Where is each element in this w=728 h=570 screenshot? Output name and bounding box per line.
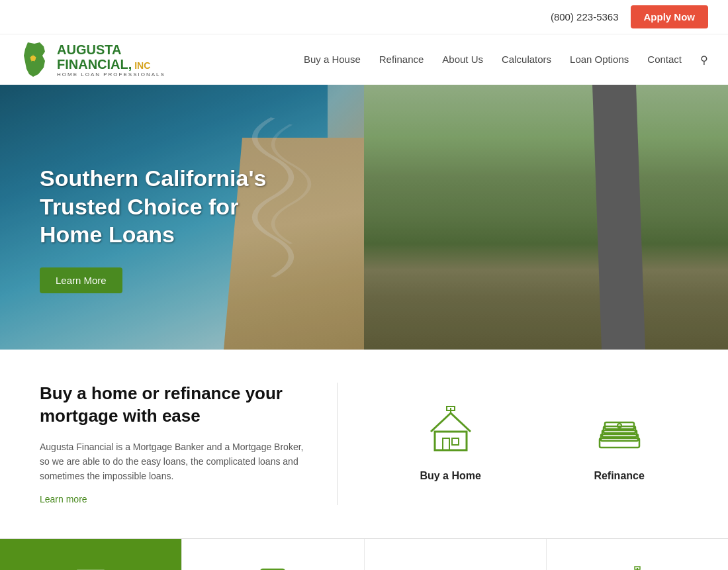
search-button[interactable]: ⚲ (700, 54, 708, 66)
book-icon (435, 565, 475, 570)
hero-content: Southern California's Trusted Choice for… (40, 164, 304, 293)
hero-learn-more-button[interactable]: Learn More (40, 267, 122, 293)
buy-refinance-section: Buy a home or refinance your mortgage wi… (0, 350, 728, 532)
header-top: (800) 223-5363 Apply Now (0, 0, 728, 34)
search-icon[interactable]: ⚲ (700, 54, 708, 66)
section-description: Buy a home or refinance your mortgage wi… (40, 383, 338, 505)
svg-rect-8 (600, 438, 639, 448)
nav-item-about[interactable]: About Us (442, 54, 483, 66)
buying-home-icon (617, 565, 657, 570)
loan-process-card[interactable]: Loan Process Learn about the process and… (365, 539, 547, 570)
refinance-card[interactable]: Refinance (593, 405, 646, 482)
calculator-icon (253, 565, 293, 570)
logo-text: AUGUSTA FINANCIAL, INC HOME LOAN PROFESS… (57, 42, 165, 77)
svg-rect-4 (443, 438, 449, 450)
buying-home-card[interactable]: Buying a Home Learn about the process an… (547, 539, 728, 570)
loan-options-card[interactable]: Loan Options Find the right loan option … (0, 539, 182, 570)
card-content-loan-options: Loan Options Find the right loan option … (20, 565, 161, 570)
section-body: Augusta Financial is a Mortgage Banker a… (40, 440, 304, 484)
buy-home-card[interactable]: Buy a Home (420, 405, 480, 482)
logo-icon (20, 41, 52, 78)
nav-item-buy[interactable]: Buy a House (304, 54, 361, 66)
refinance-label: Refinance (594, 470, 644, 482)
hero-title: Southern California's Trusted Choice for… (40, 164, 304, 249)
nav-item-loan-options[interactable]: Loan Options (570, 54, 629, 66)
learn-more-link[interactable]: Learn more (40, 494, 87, 504)
logo-name: AUGUSTA FINANCIAL, INC (57, 42, 165, 71)
loan-calculator-card[interactable]: Loan Calculator Calculate your monthly m… (182, 539, 364, 570)
svg-rect-5 (452, 438, 459, 445)
nav-links: Buy a House Refinance About Us Calculato… (304, 54, 708, 66)
money-stack-icon (593, 405, 646, 461)
hero-section: Southern California's Trusted Choice for… (0, 85, 728, 350)
nav-item-calculators[interactable]: Calculators (502, 54, 551, 66)
loan-options-icon (20, 565, 161, 570)
phone-number: (800) 223-5363 (551, 11, 619, 23)
main-nav: AUGUSTA FINANCIAL, INC HOME LOAN PROFESS… (0, 34, 728, 85)
logo[interactable]: AUGUSTA FINANCIAL, INC HOME LOAN PROFESS… (20, 41, 165, 78)
buy-home-label: Buy a Home (420, 470, 480, 482)
service-icons: Buy a Home Refinance (338, 383, 702, 505)
logo-tagline: HOME LOAN PROFESSIONALS (57, 71, 165, 77)
svg-rect-3 (435, 432, 467, 450)
nav-item-contact[interactable]: Contact (647, 54, 682, 66)
house-icon (424, 405, 477, 461)
section-heading: Buy a home or refinance your mortgage wi… (40, 383, 304, 428)
apply-now-button[interactable]: Apply Now (631, 5, 709, 28)
nav-item-refinance[interactable]: Refinance (379, 54, 424, 66)
bottom-cards-row: Loan Options Find the right loan option … (0, 538, 728, 570)
